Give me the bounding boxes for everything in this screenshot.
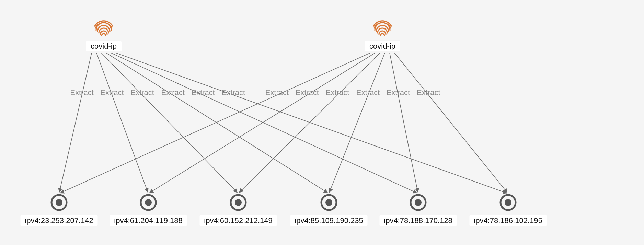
edge-label: Extract [265, 88, 289, 97]
observable-node[interactable]: ipv4:61.204.119.188 [110, 195, 187, 226]
fingerprint-node[interactable]: covid-ip [365, 21, 400, 51]
svg-point-5 [235, 199, 242, 206]
extract-edge [96, 53, 148, 192]
target-node-label: ipv4:23.253.207.142 [25, 216, 93, 225]
extract-edge [329, 53, 385, 192]
fingerprint-node[interactable]: covid-ip [86, 21, 122, 51]
edge-label: Extract [222, 88, 245, 97]
target-node-label: ipv4:61.204.119.188 [114, 216, 182, 225]
edge-label: Extract [70, 88, 93, 97]
svg-point-7 [325, 199, 332, 206]
observable-node[interactable]: ipv4:85.109.190.235 [290, 195, 368, 226]
svg-point-9 [415, 199, 422, 206]
edge-label: Extract [417, 88, 440, 97]
edge-label: Extract [161, 88, 184, 97]
target-icon [411, 195, 426, 210]
extract-edge [60, 53, 370, 193]
svg-point-11 [505, 199, 511, 206]
observable-node[interactable]: ipv4:60.152.212.149 [200, 195, 277, 226]
extract-edge [116, 53, 507, 193]
extract-edge [149, 53, 375, 193]
edge-label: Extract [326, 88, 349, 97]
network-diagram[interactable]: ExtractExtractExtractExtractExtractExtra… [0, 0, 644, 245]
svg-point-3 [145, 199, 152, 206]
edge-label: Extract [387, 88, 410, 97]
observable-node[interactable]: ipv4:78.188.170.128 [380, 195, 457, 226]
edge-label: Extract [356, 88, 380, 97]
source-node-label: covid-ip [91, 42, 117, 50]
target-icon [321, 195, 336, 210]
source-node-label: covid-ip [369, 42, 395, 50]
target-node-label: ipv4:60.152.212.149 [204, 216, 272, 225]
extract-edge [111, 53, 417, 193]
fingerprint-icon [95, 21, 113, 36]
extract-edge [390, 53, 418, 192]
observable-node[interactable]: ipv4:78.186.102.195 [470, 195, 547, 226]
edge-label: Extract [100, 88, 124, 97]
extract-edge [239, 53, 380, 192]
target-icon [51, 195, 67, 210]
target-node-label: ipv4:78.188.170.128 [384, 216, 452, 225]
target-icon [231, 195, 246, 210]
observable-node[interactable]: ipv4:23.253.207.142 [21, 195, 98, 226]
target-icon [501, 195, 516, 210]
fingerprint-icon [373, 21, 391, 36]
target-node-label: ipv4:85.109.190.235 [295, 216, 363, 225]
svg-point-1 [56, 199, 62, 206]
edge-label: Extract [295, 88, 319, 97]
extract-edge [394, 53, 507, 192]
edge-label: Extract [130, 88, 154, 97]
target-icon [141, 195, 156, 210]
target-node-label: ipv4:78.186.102.195 [474, 216, 542, 225]
extract-edge [59, 53, 92, 192]
edge-label: Extract [191, 88, 215, 97]
